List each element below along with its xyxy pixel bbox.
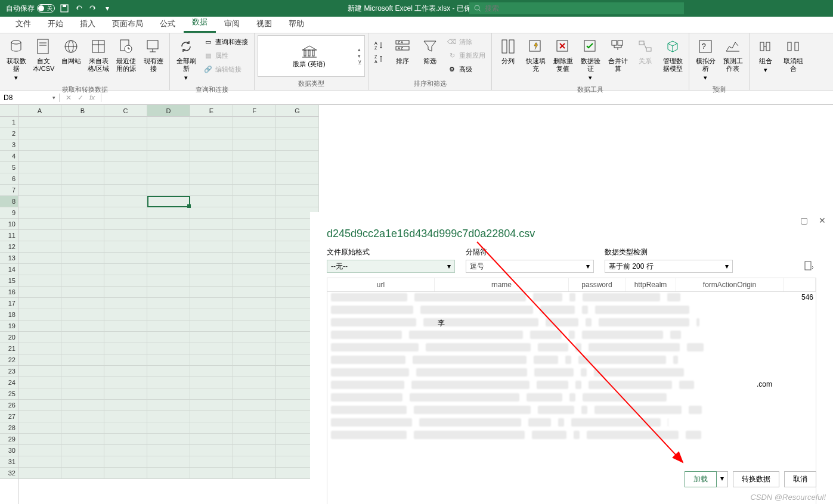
cell[interactable] bbox=[233, 321, 276, 332]
col-header[interactable]: D bbox=[147, 105, 190, 117]
row-header[interactable]: 27 bbox=[0, 411, 18, 422]
cell[interactable] bbox=[147, 151, 190, 162]
row-header[interactable]: 4 bbox=[0, 151, 18, 162]
delimiter-select[interactable]: 逗号▾ bbox=[466, 260, 594, 273]
cell[interactable] bbox=[61, 241, 104, 253]
cell[interactable] bbox=[18, 196, 61, 207]
search-box[interactable] bbox=[469, 2, 684, 14]
tab-pagelayout[interactable]: 页面布局 bbox=[104, 15, 151, 33]
cell[interactable] bbox=[147, 241, 190, 253]
cell[interactable] bbox=[18, 162, 61, 173]
cell[interactable] bbox=[104, 298, 147, 309]
cell[interactable] bbox=[147, 468, 190, 479]
cell[interactable] bbox=[190, 253, 233, 264]
sort-button[interactable]: Z AA Z排序 bbox=[389, 35, 416, 67]
cell[interactable] bbox=[18, 343, 61, 354]
cell[interactable] bbox=[18, 422, 61, 434]
cell[interactable] bbox=[147, 162, 190, 173]
cell[interactable] bbox=[190, 422, 233, 434]
whatif-button[interactable]: ?模拟分析▾ bbox=[692, 35, 719, 84]
cell[interactable] bbox=[61, 173, 104, 185]
cell[interactable] bbox=[18, 173, 61, 185]
cell[interactable] bbox=[61, 196, 104, 207]
cell[interactable] bbox=[104, 139, 147, 151]
from-csv-button[interactable]: 自文本/CSV bbox=[30, 35, 57, 74]
cell[interactable] bbox=[104, 468, 147, 479]
redo-icon[interactable] bbox=[88, 4, 98, 13]
cell[interactable] bbox=[190, 230, 233, 241]
cell[interactable] bbox=[104, 185, 147, 196]
cell[interactable] bbox=[147, 117, 190, 128]
cell[interactable] bbox=[147, 456, 190, 468]
cell[interactable] bbox=[147, 287, 190, 298]
cell[interactable] bbox=[18, 275, 61, 287]
transform-button[interactable]: 转换数据 bbox=[733, 471, 779, 487]
row-header[interactable]: 20 bbox=[0, 332, 18, 343]
cell[interactable] bbox=[61, 309, 104, 321]
cell[interactable] bbox=[190, 456, 233, 468]
cell[interactable] bbox=[104, 321, 147, 332]
cell[interactable] bbox=[104, 275, 147, 287]
cell[interactable] bbox=[61, 253, 104, 264]
cell[interactable] bbox=[61, 468, 104, 479]
cell[interactable] bbox=[190, 128, 233, 139]
tab-home[interactable]: 开始 bbox=[39, 15, 72, 33]
cell[interactable] bbox=[190, 117, 233, 128]
cell[interactable] bbox=[233, 400, 276, 411]
cell[interactable] bbox=[61, 377, 104, 388]
file-origin-select[interactable]: --无--▾ bbox=[327, 260, 455, 273]
cell[interactable] bbox=[18, 264, 61, 275]
row-header[interactable]: 11 bbox=[0, 230, 18, 241]
cell[interactable] bbox=[61, 139, 104, 151]
row-header[interactable]: 12 bbox=[0, 241, 18, 253]
cell[interactable] bbox=[18, 400, 61, 411]
worksheet[interactable]: 1234567891011121314151617181920212223242… bbox=[0, 105, 319, 504]
cell[interactable] bbox=[190, 196, 233, 207]
cell[interactable] bbox=[190, 309, 233, 321]
cell[interactable] bbox=[147, 253, 190, 264]
cell[interactable] bbox=[104, 332, 147, 343]
cell[interactable] bbox=[104, 128, 147, 139]
cell[interactable] bbox=[147, 207, 190, 219]
cell[interactable] bbox=[147, 139, 190, 151]
cell[interactable] bbox=[276, 139, 319, 151]
cell[interactable] bbox=[190, 241, 233, 253]
row-header[interactable]: 2 bbox=[0, 128, 18, 139]
consolidate-button[interactable]: 合并计算 bbox=[605, 35, 631, 74]
col-header[interactable]: B bbox=[61, 105, 104, 117]
cell[interactable] bbox=[147, 411, 190, 422]
row-header[interactable]: 30 bbox=[0, 445, 18, 456]
cell[interactable] bbox=[190, 287, 233, 298]
cell[interactable] bbox=[147, 422, 190, 434]
cancel-button[interactable]: 取消 bbox=[784, 471, 816, 487]
cell[interactable] bbox=[147, 185, 190, 196]
sort-desc-icon[interactable]: ZA bbox=[371, 52, 388, 66]
tab-help[interactable]: 帮助 bbox=[280, 15, 312, 33]
row-header[interactable]: 24 bbox=[0, 377, 18, 388]
remove-dup-button[interactable]: 删除重复值 bbox=[550, 35, 576, 74]
cell[interactable] bbox=[233, 468, 276, 479]
cell[interactable] bbox=[233, 173, 276, 185]
cell[interactable] bbox=[190, 445, 233, 456]
cell[interactable] bbox=[190, 162, 233, 173]
cell[interactable] bbox=[233, 332, 276, 343]
cell[interactable] bbox=[104, 196, 147, 207]
row-header[interactable]: 9 bbox=[0, 207, 18, 219]
recent-button[interactable]: 最近使用的源 bbox=[113, 35, 139, 74]
col-header[interactable]: G bbox=[276, 105, 319, 117]
cell[interactable] bbox=[104, 377, 147, 388]
undo-icon[interactable] bbox=[74, 4, 83, 13]
tab-insert[interactable]: 插入 bbox=[72, 15, 104, 33]
cell[interactable] bbox=[61, 332, 104, 343]
close-icon[interactable]: ✕ bbox=[819, 216, 826, 225]
row-header[interactable]: 29 bbox=[0, 434, 18, 445]
col-header[interactable]: F bbox=[233, 105, 276, 117]
settings-icon[interactable] bbox=[802, 259, 816, 273]
row-header[interactable]: 10 bbox=[0, 219, 18, 230]
cell[interactable] bbox=[147, 388, 190, 400]
cell[interactable] bbox=[276, 196, 319, 207]
cell[interactable] bbox=[190, 400, 233, 411]
cell[interactable] bbox=[190, 321, 233, 332]
name-box[interactable]: D8▾ bbox=[0, 94, 60, 102]
cell[interactable] bbox=[18, 388, 61, 400]
